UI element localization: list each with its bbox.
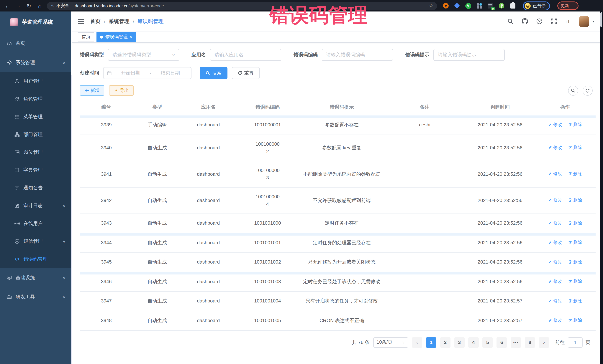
edit-button[interactable]: 修改 (548, 239, 562, 246)
sidebar-item-14[interactable]: 基础设施∨ (0, 268, 71, 287)
edit-button[interactable]: 修改 (548, 297, 562, 305)
browser-forward-icon[interactable]: → (14, 3, 22, 9)
next-page-button[interactable]: › (539, 337, 549, 348)
address-bar[interactable]: ⚠ 不安全 dashboard.yudao.iocoder.cn/system/… (47, 2, 437, 10)
page-scrollbar-thumb[interactable] (600, 12, 602, 27)
sidebar-item-10[interactable]: 审计日志∨ (0, 197, 71, 215)
delete-button[interactable]: 删除 (568, 297, 582, 305)
page-button-8[interactable]: 8 (525, 337, 535, 348)
page-button-3[interactable]: 3 (454, 337, 464, 348)
date-range-separator: - (150, 70, 151, 76)
page-size-select[interactable]: 10条/页∨ (373, 337, 408, 348)
help-question-icon[interactable] (536, 18, 543, 25)
extension-key-icon[interactable] (498, 3, 505, 9)
filter-row-1: 错误码类型 请选择错误码类型 ∨ 应用名 请输入应用名 错误码编码 请输入错误码… (80, 49, 596, 61)
avatar-caret-down-icon[interactable]: ▾ (592, 20, 594, 23)
font-size-icon[interactable]: TT (565, 18, 572, 25)
sidebar-item-15[interactable]: 研发工具∨ (0, 287, 71, 307)
search-button[interactable]: 搜索 (200, 67, 227, 79)
delete-button[interactable]: 删除 (568, 239, 582, 246)
sidebar-item-7[interactable]: 岗位管理 (0, 143, 71, 161)
close-icon[interactable]: × (130, 35, 132, 39)
edit-button[interactable]: 修改 (548, 121, 562, 128)
sidebar-item-5[interactable]: 菜单管理 (0, 108, 71, 126)
cell-id: 3946 (80, 272, 133, 291)
extension-script-icon[interactable]: on (487, 3, 494, 9)
browser-update-button[interactable]: 更新 ⋮ (557, 1, 578, 10)
delete-button[interactable]: 删除 (568, 144, 582, 151)
url-text[interactable]: dashboard.yudao.iocoder.cn/system/error-… (75, 3, 164, 8)
delete-button[interactable]: 删除 (568, 219, 582, 227)
fullscreen-icon[interactable] (550, 18, 557, 25)
sidebar-item-1[interactable]: 首页 (0, 34, 71, 53)
security-label[interactable]: 不安全 (56, 3, 69, 9)
edit-button[interactable]: 修改 (548, 197, 562, 204)
browser-profile-button[interactable]: 已暂停 (523, 1, 550, 10)
page-scrollbar[interactable] (600, 11, 603, 364)
sidebar-item-11[interactable]: 在线用户 (0, 215, 71, 232)
tab-错误码管理[interactable]: 错误码管理× (96, 32, 136, 42)
pagination-ellipsis[interactable]: ••• (510, 337, 521, 348)
sidebar-toggle-hamburger-icon[interactable] (78, 19, 84, 24)
add-button[interactable]: 新增 (80, 85, 104, 96)
sidebar-scrollbar[interactable] (71, 11, 72, 364)
date-range-picker[interactable]: 开始日期 - 结束日期 (103, 67, 191, 79)
bookmark-star-icon[interactable]: ☆ (429, 3, 433, 9)
sidebar-scrollbar-thumb[interactable] (71, 11, 72, 75)
app-logo[interactable]: 芋道管理系统 (0, 11, 72, 33)
browser-reload-icon[interactable]: ↻ (25, 3, 33, 9)
sidebar-item-8[interactable]: 字典管理 (0, 161, 71, 179)
toggle-search-icon-button[interactable] (568, 86, 578, 95)
edit-button[interactable]: 修改 (548, 170, 562, 177)
breadcrumb-item[interactable]: 首页 (90, 18, 101, 25)
edit-button[interactable]: 修改 (548, 219, 562, 227)
page-button-5[interactable]: 5 (482, 337, 493, 348)
extension-grid-icon[interactable] (476, 3, 482, 9)
breadcrumb-item[interactable]: 系统管理 (109, 18, 129, 25)
reset-button[interactable]: 重置 (232, 67, 260, 79)
sidebar-item-12[interactable]: 短信管理∨ (0, 232, 71, 250)
delete-button[interactable]: 删除 (568, 258, 582, 265)
app-name-label: 应用名 (191, 52, 206, 58)
sidebar-item-4[interactable]: 角色管理 (0, 90, 71, 108)
error-hint-input[interactable]: 请输入错误码提示 (433, 49, 505, 61)
error-code-input[interactable]: 请输入错误码编码 (322, 49, 393, 61)
delete-button[interactable]: 删除 (568, 278, 582, 285)
extension-gem-icon[interactable] (454, 3, 460, 9)
goto-page-input[interactable]: 1 (568, 337, 583, 348)
browser-home-icon[interactable]: ⌂ (36, 3, 43, 9)
extension-orange-icon[interactable] (443, 3, 449, 9)
cell-type: 自动生成 (133, 311, 181, 330)
extension-green-v-icon[interactable]: V (465, 3, 471, 9)
sidebar-item-6[interactable]: 部门管理 (0, 126, 71, 143)
app-name-input[interactable]: 请输入应用名 (210, 49, 281, 61)
edit-button[interactable]: 修改 (548, 278, 562, 285)
sidebar-item-label: 审计日志 (23, 202, 43, 209)
sidebar-item-9[interactable]: 通知公告 (0, 179, 71, 197)
page-button-2[interactable]: 2 (440, 337, 451, 348)
browser-back-icon[interactable]: ← (4, 3, 11, 9)
sidebar-item-3[interactable]: 用户管理 (0, 72, 71, 90)
github-icon[interactable] (522, 18, 528, 25)
page-button-6[interactable]: 6 (497, 337, 507, 348)
page-button-1[interactable]: 1 (426, 337, 436, 348)
edit-button[interactable]: 修改 (548, 258, 562, 265)
sidebar-item-2[interactable]: 系统管理∧ (0, 53, 71, 72)
tab-首页[interactable]: 首页 (78, 32, 94, 42)
delete-button[interactable]: 删除 (568, 317, 582, 324)
search-icon[interactable] (507, 18, 514, 25)
sidebar-item-13[interactable]: 错误码管理 (0, 250, 71, 268)
page-button-4[interactable]: 4 (468, 337, 479, 348)
edit-button[interactable]: 修改 (548, 144, 562, 151)
refresh-table-icon-button[interactable] (583, 86, 593, 95)
delete-button[interactable]: 删除 (568, 121, 582, 128)
prev-page-button[interactable]: ‹ (412, 337, 422, 348)
edit-button[interactable]: 修改 (548, 317, 562, 324)
user-avatar[interactable] (580, 16, 589, 27)
error-type-select[interactable]: 请选择错误码类型 ∨ (108, 49, 179, 61)
export-button[interactable]: 导出 (109, 85, 134, 96)
delete-button[interactable]: 删除 (568, 197, 582, 204)
delete-button[interactable]: 删除 (568, 170, 582, 177)
browser-menu-kebab-icon[interactable]: ⋮ (571, 3, 575, 8)
extensions-puzzle-icon[interactable] (510, 3, 516, 9)
